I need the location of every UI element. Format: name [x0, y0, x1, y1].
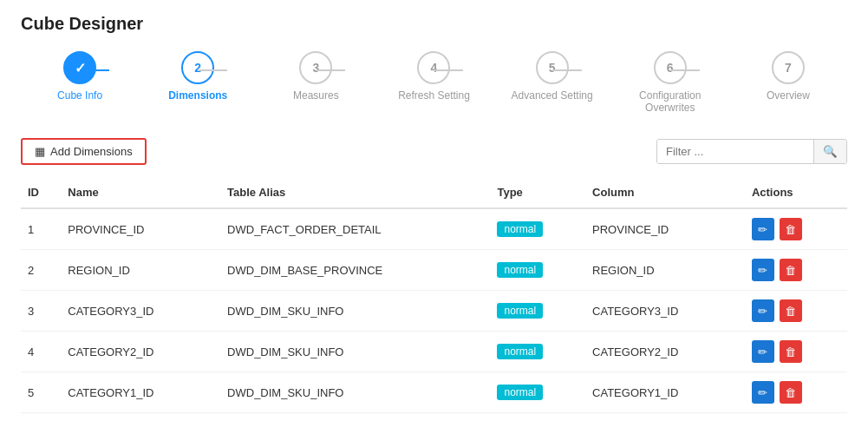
stepper-circle-2: 2: [181, 51, 214, 84]
type-badge: normal: [497, 221, 543, 237]
page-title: Cube Designer: [21, 14, 847, 34]
cell-actions: ✏🗑: [745, 291, 847, 332]
trash-icon: 🗑: [785, 386, 796, 399]
checkmark-icon: ✓: [75, 60, 86, 76]
table-row: 4CATEGORY2_IDDWD_DIM_SKU_INFOnormalCATEG…: [21, 332, 847, 372]
stepper-circle-3: 3: [299, 51, 332, 84]
cell-id: 3: [21, 291, 61, 332]
stepper-item-3[interactable]: 3Measures: [257, 51, 375, 102]
cell-column: CATEGORY2_ID: [585, 332, 745, 372]
stepper-item-6[interactable]: 6Configuration Overwrites: [611, 51, 729, 114]
stepper-circle-1: ✓: [63, 51, 96, 84]
action-buttons: ✏🗑: [752, 218, 840, 240]
type-badge: normal: [497, 344, 543, 359]
table-icon: ▦: [35, 145, 45, 158]
filter-search-button[interactable]: 🔍: [813, 140, 846, 163]
stepper-label-2: Dimensions: [168, 89, 227, 102]
edit-icon: ✏: [758, 223, 767, 236]
cell-column: REGION_ID: [585, 250, 745, 291]
cell-type: normal: [490, 208, 585, 250]
cell-actions: ✏🗑: [745, 372, 847, 413]
cell-name: REGION_ID: [61, 250, 220, 291]
stepper-circle-4: 4: [417, 51, 450, 84]
stepper-item-5[interactable]: 5Advanced Setting: [493, 51, 611, 102]
cell-actions: ✏🗑: [745, 250, 847, 291]
cell-name: CATEGORY2_ID: [61, 332, 220, 372]
stepper-circle-6: 6: [654, 51, 687, 84]
cell-table-alias: DWD_DIM_BASE_PROVINCE: [220, 250, 490, 291]
cell-type: normal: [490, 372, 585, 413]
cell-type: normal: [490, 250, 585, 291]
stepper-item-2[interactable]: 2Dimensions: [139, 51, 257, 102]
trash-icon: 🗑: [785, 345, 796, 358]
edit-icon: ✏: [758, 345, 767, 358]
delete-button[interactable]: 🗑: [780, 259, 802, 281]
stepper-circle-7: 7: [772, 51, 805, 84]
col-table-alias: Table Alias: [220, 177, 490, 208]
stepper-line-1: [80, 69, 109, 71]
filter-wrap: 🔍: [656, 139, 847, 164]
search-icon: 🔍: [823, 145, 838, 158]
cell-table-alias: DWD_FACT_ORDER_DETAIL: [220, 208, 490, 250]
trash-icon: 🗑: [785, 305, 796, 318]
stepper-circle-5: 5: [536, 51, 569, 84]
cell-id: 1: [21, 208, 61, 250]
trash-icon: 🗑: [785, 223, 796, 236]
stepper-line-5: [552, 69, 582, 71]
edit-button[interactable]: ✏: [752, 381, 774, 404]
type-badge: normal: [497, 262, 543, 278]
cell-column: CATEGORY1_ID: [585, 372, 745, 413]
type-badge: normal: [497, 303, 543, 319]
edit-button[interactable]: ✏: [752, 340, 774, 363]
cell-table-alias: DWD_DIM_SKU_INFO: [220, 332, 490, 372]
edit-icon: ✏: [758, 264, 767, 277]
delete-button[interactable]: 🗑: [780, 299, 802, 322]
cell-name: CATEGORY3_ID: [61, 291, 220, 332]
stepper-label-3: Measures: [293, 89, 339, 102]
cell-type: normal: [490, 291, 585, 332]
stepper-label-1: Cube Info: [57, 89, 102, 102]
table-row: 5CATEGORY1_IDDWD_DIM_SKU_INFOnormalCATEG…: [21, 372, 847, 413]
edit-button[interactable]: ✏: [752, 299, 774, 322]
type-badge: normal: [497, 385, 543, 400]
col-id: ID: [21, 177, 61, 208]
stepper-item-7[interactable]: 7Overview: [729, 51, 847, 102]
delete-button[interactable]: 🗑: [780, 218, 802, 240]
filter-input[interactable]: [657, 140, 813, 163]
stepper-item-4[interactable]: 4Refresh Setting: [375, 51, 493, 102]
cell-type: normal: [490, 332, 585, 372]
delete-button[interactable]: 🗑: [780, 340, 802, 363]
stepper-label-6: Configuration Overwrites: [639, 89, 701, 114]
action-buttons: ✏🗑: [752, 381, 840, 404]
page-container: Cube Designer ✓Cube Info2Dimensions3Meas…: [0, 0, 868, 427]
action-buttons: ✏🗑: [752, 259, 840, 281]
stepper-line-3: [316, 69, 345, 71]
edit-icon: ✏: [758, 305, 767, 318]
toolbar: ▦ Add Dimensions 🔍: [21, 138, 847, 165]
add-dimensions-button[interactable]: ▦ Add Dimensions: [21, 138, 147, 165]
trash-icon: 🗑: [785, 264, 796, 277]
cell-table-alias: DWD_DIM_SKU_INFO: [220, 372, 490, 413]
action-buttons: ✏🗑: [752, 299, 840, 322]
cell-id: 5: [21, 372, 61, 413]
stepper-label-5: Advanced Setting: [512, 89, 593, 102]
add-dimensions-label: Add Dimensions: [50, 145, 133, 158]
cell-id: 4: [21, 332, 61, 372]
cell-id: 2: [21, 250, 61, 291]
stepper-line-4: [434, 69, 463, 71]
cell-table-alias: DWD_DIM_SKU_INFO: [220, 291, 490, 332]
edit-button[interactable]: ✏: [752, 259, 774, 281]
stepper-label-7: Overview: [767, 89, 810, 102]
stepper: ✓Cube Info2Dimensions3Measures4Refresh S…: [21, 51, 847, 114]
col-name: Name: [61, 177, 220, 208]
stepper-item-1[interactable]: ✓Cube Info: [21, 51, 139, 102]
dimensions-table: ID Name Table Alias Type Column Actions …: [21, 177, 847, 413]
stepper-line-2: [198, 69, 227, 71]
edit-button[interactable]: ✏: [752, 218, 774, 240]
cell-column: PROVINCE_ID: [585, 208, 745, 250]
cell-column: CATEGORY3_ID: [585, 291, 745, 332]
stepper-label-4: Refresh Setting: [398, 89, 470, 102]
col-type: Type: [490, 177, 585, 208]
delete-button[interactable]: 🗑: [780, 381, 802, 404]
cell-actions: ✏🗑: [745, 208, 847, 250]
